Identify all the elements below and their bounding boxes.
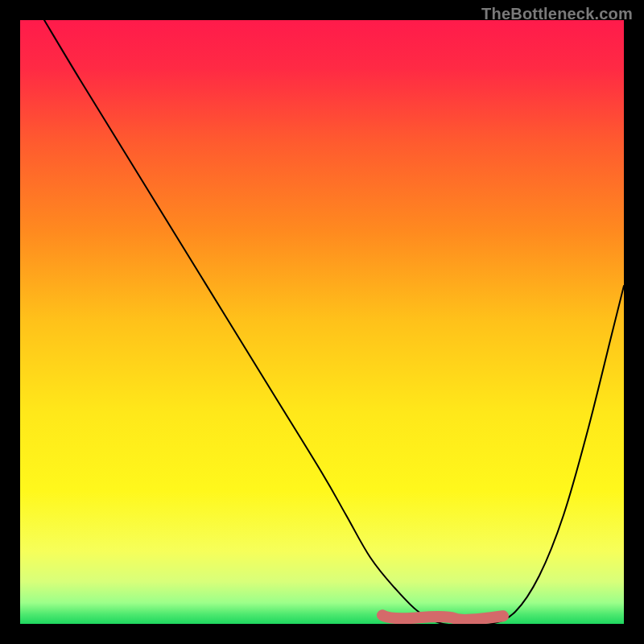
flat-segment-marker — [382, 615, 503, 619]
gradient-background — [20, 20, 624, 624]
chart-svg — [20, 20, 624, 624]
chart-stage: TheBottleneck.com — [0, 0, 644, 644]
plot-area — [20, 20, 624, 624]
